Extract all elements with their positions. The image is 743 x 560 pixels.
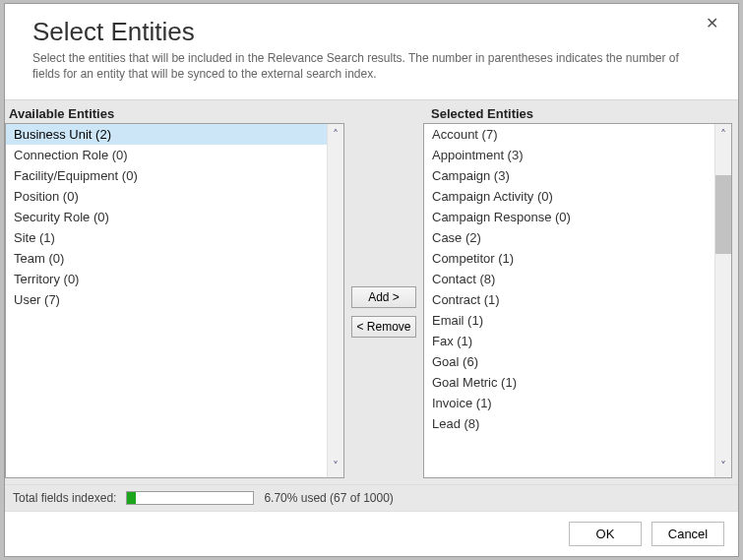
select-entities-dialog: Select Entities Select the entities that…	[4, 3, 739, 557]
list-item[interactable]: Position (0)	[6, 186, 327, 207]
status-percent: 6.70% used (67 of 1000)	[264, 491, 393, 505]
list-item[interactable]: Appointment (3)	[424, 145, 714, 165]
available-entities-label: Available Entities	[5, 100, 344, 123]
list-item[interactable]: Competitor (1)	[424, 248, 714, 269]
list-item[interactable]: Campaign (3)	[424, 165, 714, 186]
close-icon: ✕	[706, 15, 718, 31]
dialog-footer: OK Cancel	[5, 511, 738, 556]
dialog-header: Select Entities Select the entities that…	[5, 4, 738, 90]
selected-entities-label: Selected Entities	[423, 100, 738, 123]
list-item[interactable]: Contract (1)	[424, 289, 714, 310]
list-item[interactable]: Campaign Response (0)	[424, 207, 714, 227]
available-scrollbar[interactable]: ˄ ˅	[327, 124, 343, 477]
selected-scrollbar[interactable]: ˄ ˅	[714, 124, 731, 477]
list-item[interactable]: Fax (1)	[424, 331, 714, 351]
status-bar: Total fields indexed: 6.70% used (67 of …	[5, 484, 738, 511]
list-item[interactable]: Security Role (0)	[6, 207, 327, 227]
scroll-up-icon[interactable]: ˄	[328, 124, 343, 146]
list-item[interactable]: Facility/Equipment (0)	[6, 165, 327, 186]
scroll-up-icon[interactable]: ˄	[715, 124, 731, 146]
list-item[interactable]: Account (7)	[424, 124, 714, 145]
progress-bar-fill	[127, 492, 136, 504]
close-button[interactable]: ✕	[700, 12, 724, 35]
dialog-body: Available Entities Business Unit (2)Conn…	[5, 100, 738, 484]
dialog-title: Select Entities	[32, 18, 711, 46]
add-button[interactable]: Add >	[351, 286, 416, 308]
transfer-buttons: Add > < Remove	[344, 100, 423, 484]
list-item[interactable]: User (7)	[6, 289, 327, 310]
list-item[interactable]: Connection Role (0)	[6, 145, 327, 165]
remove-button[interactable]: < Remove	[351, 316, 416, 338]
list-item[interactable]: Invoice (1)	[424, 393, 714, 413]
ok-button[interactable]: OK	[569, 522, 642, 546]
list-item[interactable]: Case (2)	[424, 227, 714, 248]
list-item[interactable]: Goal (6)	[424, 351, 714, 372]
list-item[interactable]: Email (1)	[424, 310, 714, 331]
list-item[interactable]: Site (1)	[6, 227, 327, 248]
dialog-description: Select the entities that will be include…	[32, 50, 702, 82]
list-item[interactable]: Goal Metric (1)	[424, 372, 714, 393]
list-item[interactable]: Territory (0)	[6, 269, 327, 289]
list-item[interactable]: Campaign Activity (0)	[424, 186, 714, 207]
status-label: Total fields indexed:	[13, 491, 116, 505]
selected-column: Selected Entities Account (7)Appointment…	[423, 100, 738, 484]
selected-listbox[interactable]: Account (7)Appointment (3)Campaign (3)Ca…	[423, 123, 732, 478]
list-item[interactable]: Business Unit (2)	[6, 124, 327, 145]
available-listbox[interactable]: Business Unit (2)Connection Role (0)Faci…	[5, 123, 344, 478]
scroll-down-icon[interactable]: ˅	[328, 456, 343, 477]
available-column: Available Entities Business Unit (2)Conn…	[5, 100, 344, 484]
scroll-down-icon[interactable]: ˅	[715, 456, 731, 477]
cancel-button[interactable]: Cancel	[651, 522, 724, 546]
progress-bar	[126, 491, 254, 505]
list-item[interactable]: Lead (8)	[424, 413, 714, 434]
scroll-thumb[interactable]	[715, 175, 731, 254]
list-item[interactable]: Contact (8)	[424, 269, 714, 289]
list-item[interactable]: Team (0)	[6, 248, 327, 269]
